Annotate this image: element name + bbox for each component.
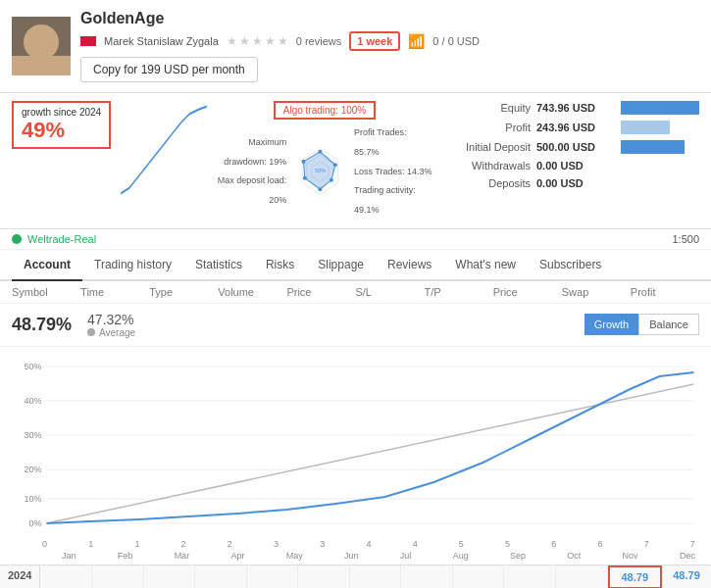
col-type: Type bbox=[149, 286, 218, 298]
equity-bar bbox=[621, 101, 699, 115]
tab-reviews[interactable]: Reviews bbox=[376, 250, 443, 281]
month-cell-nov bbox=[556, 565, 608, 588]
broker-status-dot bbox=[12, 234, 22, 244]
svg-point-7 bbox=[319, 188, 323, 192]
month-cells: 48.79 bbox=[40, 565, 662, 588]
main-chart: 50% 40% 30% 20% 10% 0% 011223344556677 J… bbox=[0, 347, 711, 564]
mini-chart bbox=[121, 101, 207, 199]
radar-chart: 50% bbox=[290, 127, 350, 216]
month-cell-jul bbox=[350, 565, 402, 588]
profit-value: 243.96 USD bbox=[536, 122, 615, 133]
left-labels: Maximum drawdown: 19% Max deposit load: … bbox=[217, 133, 286, 211]
provider-name: GoldenAge bbox=[80, 10, 699, 27]
year-total-cell: 48.79 bbox=[662, 565, 711, 588]
chart-toggle: Growth Balance bbox=[584, 314, 699, 335]
col-symbol: Symbol bbox=[12, 286, 80, 298]
tab-statistics[interactable]: Statistics bbox=[183, 250, 254, 281]
star-rating: ★ ★ ★ ★ ★ bbox=[227, 34, 288, 48]
month-cell-feb bbox=[92, 565, 144, 588]
tab-slippage[interactable]: Slippage bbox=[306, 250, 376, 281]
year-row: 2024 48.79 48.79 bbox=[0, 564, 711, 588]
deposits-value: 0.00 USD bbox=[536, 177, 615, 189]
broker-row: Weltrade-Real 1:500 bbox=[0, 229, 711, 250]
withdrawals-value: 0.00 USD bbox=[536, 160, 615, 172]
col-price: Price bbox=[286, 286, 355, 298]
avatar bbox=[12, 17, 71, 75]
copy-button[interactable]: Copy for 199 USD per month bbox=[80, 57, 258, 82]
tab-bar: Account Trading history Statistics Risks… bbox=[0, 250, 711, 281]
month-cell-mar bbox=[144, 565, 196, 588]
month-cell-may bbox=[247, 565, 299, 588]
flag-icon bbox=[80, 36, 96, 46]
col-price2: Price bbox=[493, 286, 562, 298]
col-swap: Swap bbox=[562, 286, 631, 298]
svg-text:30%: 30% bbox=[24, 430, 41, 440]
svg-point-6 bbox=[330, 178, 333, 182]
col-sl: S/L bbox=[355, 286, 424, 298]
algo-badge: Algo trading: 100% bbox=[274, 101, 377, 120]
month-cell-oct bbox=[504, 565, 556, 588]
equity-section: Equity 743.96 USD Profit 243.96 USD Init… bbox=[442, 101, 699, 195]
svg-text:50%: 50% bbox=[315, 169, 326, 174]
x-axis-numbers: 011223344556677 bbox=[8, 539, 703, 549]
tab-account[interactable]: Account bbox=[12, 250, 82, 281]
growth-box: growth since 2024 49% bbox=[12, 101, 111, 149]
avg-stat: 47.32% Average bbox=[87, 312, 135, 338]
tab-trading-history[interactable]: Trading history bbox=[82, 250, 183, 281]
initial-deposit-label: Initial Deposit bbox=[442, 141, 531, 153]
initial-deposit-bar bbox=[621, 140, 685, 154]
growth-label: growth since 2024 bbox=[22, 107, 101, 118]
signal-icon: 📶 bbox=[408, 33, 425, 49]
avg-percentage: 47.32% bbox=[87, 312, 133, 327]
growth-stats-row: 48.79% 47.32% Average Growth Balance bbox=[0, 304, 711, 347]
equity-value: 743.96 USD bbox=[536, 102, 615, 114]
balance-button[interactable]: Balance bbox=[638, 314, 699, 335]
profit-label: Profit bbox=[442, 122, 531, 133]
broker-name: Weltrade-Real bbox=[27, 233, 96, 245]
subscribers-count: 0 / 0 USD bbox=[432, 35, 480, 47]
svg-text:40%: 40% bbox=[24, 396, 41, 406]
avg-label: Average bbox=[99, 327, 135, 338]
tab-whats-new[interactable]: What's new bbox=[443, 250, 528, 281]
table-header: Symbol Time Type Volume Price S/L T/P Pr… bbox=[0, 281, 711, 304]
reviews-count: 0 reviews bbox=[296, 35, 341, 47]
svg-text:10%: 10% bbox=[24, 494, 41, 504]
col-tp: T/P bbox=[425, 286, 493, 298]
tab-subscribers[interactable]: Subscribers bbox=[528, 250, 613, 281]
week-badge: 1 week bbox=[349, 31, 400, 51]
month-cell-dec: 48.79 bbox=[608, 565, 663, 588]
growth-value: 49% bbox=[22, 118, 101, 143]
col-volume: Volume bbox=[218, 286, 286, 298]
deposits-label: Deposits bbox=[442, 177, 531, 189]
month-labels: Jan Feb Mar Apr May Jun Jul Aug Sep Oct … bbox=[8, 549, 703, 564]
svg-point-8 bbox=[303, 176, 307, 180]
year-label: 2024 bbox=[0, 565, 40, 588]
svg-text:50%: 50% bbox=[24, 362, 41, 371]
month-cell-aug bbox=[401, 565, 453, 588]
svg-point-5 bbox=[333, 164, 337, 168]
leverage: 1:500 bbox=[672, 233, 699, 245]
author-name: Marek Stanislaw Zygala bbox=[104, 35, 219, 47]
month-cell-jun bbox=[298, 565, 350, 588]
svg-point-9 bbox=[302, 160, 306, 164]
initial-deposit-value: 500.00 USD bbox=[536, 141, 615, 153]
equity-label: Equity bbox=[442, 102, 531, 114]
main-chart-svg: 50% 40% 30% 20% 10% 0% bbox=[8, 355, 703, 536]
radar-section: Algo trading: 100% Maximum drawdown: 19%… bbox=[217, 101, 432, 220]
month-cell-jan bbox=[40, 565, 92, 588]
col-profit: Profit bbox=[631, 286, 699, 298]
month-cell-sep bbox=[453, 565, 505, 588]
withdrawals-label: Withdrawals bbox=[442, 160, 531, 172]
svg-point-4 bbox=[319, 150, 323, 154]
svg-text:0%: 0% bbox=[28, 518, 41, 528]
growth-button[interactable]: Growth bbox=[584, 314, 638, 335]
growth-percentage: 48.79% bbox=[12, 315, 72, 334]
month-cell-apr bbox=[195, 565, 247, 588]
avg-dot bbox=[87, 328, 95, 336]
right-labels: Profit Trades: 85.7% Loss Trades: 14.3% … bbox=[354, 123, 432, 220]
profit-bar bbox=[621, 121, 670, 134]
growth-stat-main: 48.79% bbox=[12, 315, 72, 335]
tab-risks[interactable]: Risks bbox=[254, 250, 306, 281]
col-time: Time bbox=[80, 286, 149, 298]
header-info: GoldenAge Marek Stanislaw Zygala ★ ★ ★ ★… bbox=[80, 10, 699, 82]
